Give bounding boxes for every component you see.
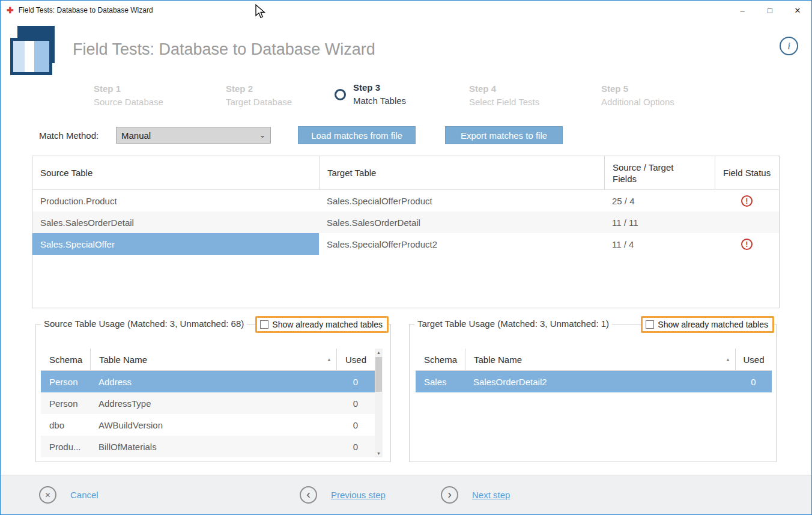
- target-table-usage-group: Target Table Usage (Matched: 3, Unmatche…: [409, 324, 777, 462]
- fields-header: Source / Target Fields: [604, 156, 715, 189]
- match-row-selected[interactable]: Sales.SpecialOffer Sales.SpecialOfferPro…: [32, 233, 779, 255]
- maximize-button[interactable]: □: [756, 1, 784, 20]
- target-usage-title: Target Table Usage (Matched: 3, Unmatche…: [414, 318, 612, 329]
- next-step-button[interactable]: › Next step: [441, 475, 510, 514]
- table-name-header[interactable]: Table Name ▲: [90, 349, 336, 370]
- vertical-scrollbar[interactable]: ▲ ▼: [375, 349, 383, 457]
- show-matched-label: Show already matched tables: [272, 320, 383, 329]
- source-show-matched-toggle[interactable]: Show already matched tables: [255, 316, 389, 333]
- target-usage-table: Schema Table Name ▲ Used Sales SalesOrde…: [416, 349, 772, 392]
- usage-row[interactable]: Produ... BillOfMaterials 0: [41, 436, 383, 457]
- usage-row-selected[interactable]: Person Address 0: [41, 371, 383, 392]
- sort-asc-icon: ▲: [327, 357, 332, 362]
- schema-header[interactable]: Schema: [41, 349, 90, 370]
- step-2-target-database[interactable]: Step 2 Target Database: [226, 82, 292, 109]
- show-matched-checkbox[interactable]: [260, 320, 268, 329]
- used-header[interactable]: Used: [735, 349, 772, 370]
- close-button[interactable]: ✕: [784, 1, 811, 20]
- scroll-up-icon[interactable]: ▲: [375, 349, 383, 356]
- wizard-steps: Step 1 Source Database Step 2 Target Dat…: [1, 82, 811, 117]
- step-4-select-field-tests[interactable]: Step 4 Select Field Tests: [469, 82, 539, 109]
- match-method-value: Manual: [121, 130, 151, 141]
- usage-row[interactable]: Person AddressType 0: [41, 392, 383, 414]
- export-matches-button[interactable]: Export matches to file: [445, 126, 563, 144]
- table-name-header[interactable]: Table Name ▲: [465, 349, 735, 370]
- match-method-dropdown[interactable]: Manual ⌄: [116, 127, 271, 144]
- cancel-button[interactable]: ✕ Cancel: [39, 475, 98, 514]
- mouse-cursor: [255, 4, 266, 20]
- match-method-label: Match Method:: [39, 130, 98, 141]
- info-icon[interactable]: i: [780, 37, 798, 55]
- target-usage-header: Schema Table Name ▲ Used: [416, 349, 772, 371]
- app-icon: ✚: [7, 6, 14, 14]
- match-row[interactable]: Production.Product Sales.SpecialOfferPro…: [32, 190, 779, 212]
- window-title: Field Tests: Database to Database Wizard: [19, 6, 153, 14]
- field-error-icon: !: [741, 239, 753, 250]
- source-table-header: Source Table: [32, 156, 319, 189]
- scrollbar-thumb[interactable]: [375, 357, 382, 392]
- usage-row[interactable]: dbo AWBuildVersion 0: [41, 414, 383, 436]
- scroll-down-icon[interactable]: ▼: [375, 449, 383, 457]
- app-logo: [10, 26, 61, 76]
- app-window: ✚ Field Tests: Database to Database Wiza…: [0, 0, 812, 515]
- load-matches-button[interactable]: Load matches from file: [298, 126, 416, 144]
- source-usage-title: Source Table Usage (Matched: 3, Unmatche…: [41, 318, 247, 329]
- show-matched-label: Show already matched tables: [658, 320, 768, 329]
- usage-row-selected[interactable]: Sales SalesOrderDetail2 0: [416, 371, 772, 392]
- field-status-header: Field Status: [715, 156, 779, 189]
- matches-table: Source Table Target Table Source / Targe…: [32, 156, 780, 308]
- used-header[interactable]: Used: [336, 349, 375, 370]
- previous-step-button[interactable]: ‹ Previous step: [300, 475, 386, 514]
- source-table-usage-group: Source Table Usage (Matched: 3, Unmatche…: [35, 324, 391, 462]
- target-show-matched-toggle[interactable]: Show already matched tables: [641, 316, 774, 333]
- footer-bar: ✕ Cancel ‹ Previous step › Next step: [1, 475, 811, 514]
- target-table-header: Target Table: [319, 156, 604, 189]
- chevron-down-icon: ⌄: [259, 131, 265, 139]
- schema-header[interactable]: Schema: [416, 349, 465, 370]
- active-step-circle-icon: [335, 89, 346, 100]
- cancel-circle-icon: ✕: [39, 486, 56, 504]
- match-row[interactable]: Sales.SalesOrderDetail Sales.SalesOrderD…: [32, 212, 779, 233]
- page-title: Field Tests: Database to Database Wizard: [73, 40, 375, 59]
- minimize-button[interactable]: –: [729, 1, 756, 20]
- step-5-additional-options[interactable]: Step 5 Additional Options: [601, 82, 674, 109]
- step-3-match-tables[interactable]: Step 3 Match Tables: [335, 81, 406, 108]
- show-matched-checkbox[interactable]: [646, 320, 654, 329]
- step-1-source-database[interactable]: Step 1 Source Database: [94, 82, 163, 109]
- previous-circle-icon: ‹: [300, 486, 317, 504]
- source-usage-header: Schema Table Name ▲ Used: [41, 349, 383, 371]
- titlebar: ✚ Field Tests: Database to Database Wiza…: [1, 1, 811, 20]
- matches-table-header: Source Table Target Table Source / Targe…: [32, 156, 779, 190]
- next-circle-icon: ›: [441, 486, 458, 504]
- source-usage-table: Schema Table Name ▲ Used Person Address …: [41, 349, 383, 457]
- field-error-icon: !: [741, 195, 753, 207]
- sort-asc-icon: ▲: [726, 357, 730, 362]
